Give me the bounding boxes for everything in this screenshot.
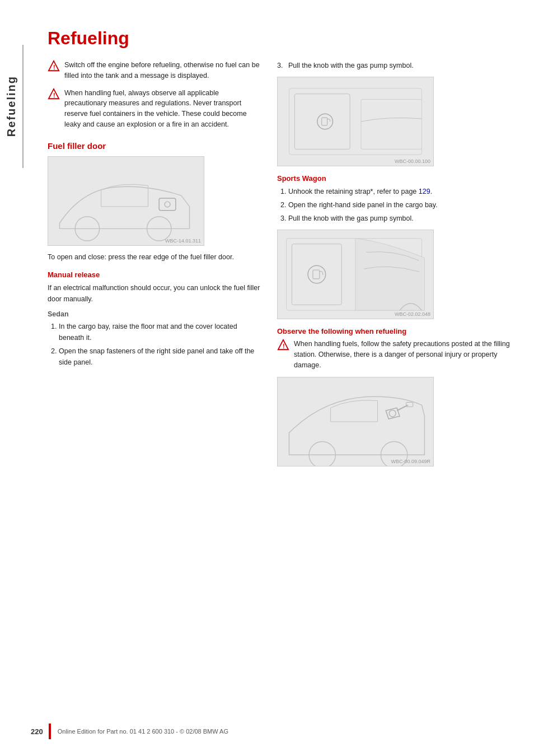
sidebar-label-text: Refueling [5,76,18,137]
gas-pump-image-top: WBC-00.00.100 [277,77,434,166]
warning-text-1: Switch off the engine before refueling, … [64,60,260,81]
sw-step-3: Pull the knob with the gas pump symbol. [288,213,517,224]
refueling-obs-image: WBC-00.09.049R [277,377,434,466]
warning-block-1: ! Switch off the engine before refueling… [48,60,260,81]
sedan-heading: Sedan [48,310,260,318]
svg-text:!: ! [53,91,55,98]
manual-release-heading: Manual release [48,270,260,279]
right-step3-label: 3. Pull the knob with the gas pump symbo… [277,60,517,71]
sedan-step-1: In the cargo bay, raise the floor mat an… [59,321,260,343]
sw-page-link[interactable]: 129 [419,188,430,195]
warning-icon-3: ! [277,339,289,351]
fuel-door-image: WBC-14.01.311 [48,156,204,246]
right-column: 3. Pull the knob with the gas pump symbo… [277,60,517,472]
sports-wagon-image: WBC-02.02.048 [277,230,434,319]
page-footer: 220 Online Edition for Part no. 01 41 2 … [0,724,534,739]
svg-rect-9 [278,77,433,166]
sedan-steps: In the cargo bay, raise the floor mat an… [59,321,260,368]
sports-wagon-heading: Sports Wagon [277,174,517,183]
right-step3-text: Pull the knob with the gas pump symbol. [288,62,414,69]
manual-release-body: If an electrical malfunction should occu… [48,282,260,305]
main-content: ! Switch off the engine before refueling… [31,60,534,472]
footer-bar [49,724,51,739]
warning-block-3: ! When handling fuels, follow the safety… [277,339,517,370]
sw-step-1: Unhook the retaining strap*, refer to pa… [288,186,517,197]
observe-refueling-heading: Observe the following when refueling [277,327,517,335]
warning-icon-1: ! [48,60,60,72]
left-column: ! Switch off the engine before refueling… [48,60,260,472]
warning-block-2: ! When handling fuel, always observe all… [48,88,260,130]
page-title: Refueling [31,22,534,49]
svg-rect-4 [49,157,204,245]
fuel-filler-door-heading: Fuel filler door [48,141,260,151]
warning-icon-2: ! [48,88,60,100]
sw-step-2: Open the right-hand side panel in the ca… [288,199,517,211]
svg-text:!: ! [283,343,285,349]
sidebar-label: Refueling [0,45,22,168]
footer-text: Online Edition for Part no. 01 41 2 600 … [58,728,228,735]
sports-wagon-steps: Unhook the retaining strap*, refer to pa… [288,186,517,224]
warning-text-3: When handling fuels, follow the safety p… [294,339,517,370]
svg-text:!: ! [53,64,55,71]
warning-text-2: When handling fuel, always observe all a… [64,88,260,130]
fuel-door-body: To open and close: press the rear edge o… [48,251,260,263]
page-number: 220 [31,727,43,736]
sedan-step-2: Open the snap fasteners of the right sid… [59,346,260,368]
page-container: Refueling Refueling ! Switch off the eng… [0,0,534,756]
